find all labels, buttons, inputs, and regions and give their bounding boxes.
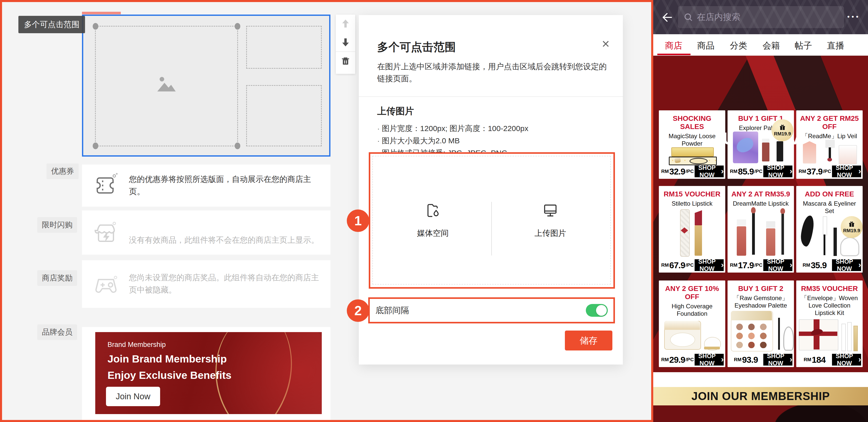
tab-categories[interactable]: 分类 xyxy=(730,40,747,52)
close-icon[interactable]: × xyxy=(602,37,610,50)
shop-rewards-component-row[interactable]: 您尚未设置您的商店奖品。此组件将自动在您的商店主页中被隐藏。 xyxy=(82,260,331,308)
product-card[interactable]: ANY 2 AT RM35.9 DreamMatte Lipstick RM17… xyxy=(727,186,794,273)
product-card[interactable]: BUY 1 GIFT 2 「Raw Gemstone」Eyeshadow Pal… xyxy=(727,280,794,367)
price-bar: RM67.9/PC SHOP NOW› xyxy=(660,259,724,271)
shop-now-button[interactable]: SHOP NOW› xyxy=(763,354,793,366)
shop-now-button[interactable]: SHOP NOW› xyxy=(694,259,724,271)
art-shape xyxy=(737,226,746,256)
price-unit: /PC xyxy=(686,357,694,362)
image-component-canvas[interactable] xyxy=(82,14,331,157)
shop-now-label: SHOP NOW xyxy=(694,164,719,179)
panel-title: 多个可点击范围 xyxy=(377,39,456,55)
price-bar: RM37.9/PC SHOP NOW› xyxy=(798,165,861,177)
tab-products[interactable]: 商品 xyxy=(697,40,715,52)
shop-now-button[interactable]: SHOP NOW› xyxy=(694,354,724,366)
chevron-right-icon: › xyxy=(858,355,861,363)
coupon-component-row[interactable]: 您的优惠券将按照所选版面，自动展示在您的商店主页。 xyxy=(82,164,331,207)
back-arrow-icon[interactable] xyxy=(660,11,673,24)
gamepad-icon xyxy=(93,272,119,299)
shop-rewards-row-text: 您尚未设置您的商店奖品。此组件将自动在您的商店主页中被隐藏。 xyxy=(129,272,323,296)
product-name: High Coverage Foundation xyxy=(659,302,725,317)
chevron-right-icon: › xyxy=(721,167,724,175)
flash-sale-component-row[interactable]: 没有有效商品，此组件将不会在您的商店主页上显示。 xyxy=(82,210,331,255)
delete-component-button[interactable] xyxy=(336,52,355,70)
product-card[interactable]: BUY 1 GIFT 1 Explorer Palette RM19.9 RM8… xyxy=(727,110,794,179)
shop-now-button[interactable]: SHOP NOW› xyxy=(832,354,861,366)
product-name: Mascara & Eyeliner Set xyxy=(796,200,863,215)
product-card[interactable]: ANY 2 GET RM25 OFF 「ReadMe」Lip Veil RM37… xyxy=(796,110,863,179)
art-shape xyxy=(847,322,851,351)
art-shape xyxy=(694,225,702,256)
gift-price: RM19.9 xyxy=(843,228,860,234)
product-promo: ANY 2 GET 10% OFF xyxy=(659,284,725,301)
drag-handle[interactable] xyxy=(235,23,240,30)
row-label-coupon: 优惠券 xyxy=(46,163,79,179)
art-shape xyxy=(751,207,756,213)
upload-rule: 图片大小最大为2.0 MB xyxy=(377,135,460,146)
art-shape xyxy=(766,229,775,256)
drag-handle[interactable] xyxy=(235,143,240,149)
price-bar: RM17.9/PC SHOP NOW› xyxy=(729,259,793,271)
component-toolbar xyxy=(336,14,355,74)
hotspot-region-2[interactable] xyxy=(246,26,322,69)
save-button[interactable]: 储存 xyxy=(565,331,612,351)
shop-now-label: SHOP NOW xyxy=(694,353,719,367)
currency: RM xyxy=(734,357,742,362)
product-image xyxy=(659,147,725,164)
shop-decoration-editor: 多个可点击范围 优惠券 xyxy=(0,0,868,422)
media-space-option[interactable]: 媒体空间 xyxy=(378,153,488,287)
more-options-icon[interactable]: ••• xyxy=(847,13,860,21)
shop-tab-bar: 商店 商品 分类 会籍 帖子 直播 xyxy=(653,34,868,56)
media-folder-icon xyxy=(424,202,441,219)
bottom-gap-toggle[interactable] xyxy=(586,304,608,317)
shop-now-button[interactable]: SHOP NOW› xyxy=(763,165,793,177)
product-promo: BUY 1 GIFT 2 xyxy=(737,284,785,293)
price-unit: /PC xyxy=(686,169,694,174)
chevron-right-icon: › xyxy=(858,261,861,269)
currency: RM xyxy=(661,262,669,268)
shop-now-button[interactable]: SHOP NOW› xyxy=(832,259,861,271)
shop-now-button[interactable]: SHOP NOW› xyxy=(832,165,861,177)
shop-now-label: SHOP NOW xyxy=(832,258,857,272)
art-shape xyxy=(752,210,755,255)
shop-now-button[interactable]: SHOP NOW› xyxy=(694,165,724,177)
move-down-button[interactable] xyxy=(336,33,355,51)
product-promo: ANY 2 AT RM35.9 xyxy=(730,190,792,198)
currency: RM xyxy=(799,169,806,174)
hotspot-region-3[interactable] xyxy=(246,85,322,146)
product-card[interactable]: RM15 VOUCHER Stiletto Lipstick RM67.9/PC… xyxy=(659,186,725,273)
product-card[interactable]: SHOCKING SALES MagicStay Loose Powder RM… xyxy=(659,110,725,179)
tab-shop[interactable]: 商店 xyxy=(665,40,682,52)
tab-posts[interactable]: 帖子 xyxy=(795,40,812,52)
drag-handle[interactable] xyxy=(93,23,98,30)
chevron-right-icon: › xyxy=(721,355,724,363)
art-shape xyxy=(694,210,702,225)
panel-description: 在图片上选中区域并添加链接，用户点击区域后会跳转到您设定的链接页面。 xyxy=(377,61,607,85)
shop-search-input[interactable]: 在店内搜索 xyxy=(678,6,844,28)
currency: RM xyxy=(803,262,810,268)
price-bar: RM35.9 SHOP NOW› xyxy=(798,259,861,271)
drag-handle[interactable] xyxy=(93,143,98,149)
membership-banner[interactable]: JOIN OUR MEMBERSHIP xyxy=(653,387,868,405)
brand-membership-banner[interactable]: Brand Membership Join Brand Membership E… xyxy=(95,332,322,414)
product-card[interactable]: ANY 2 GET 10% OFF High Coverage Foundati… xyxy=(659,280,725,367)
upload-image-option[interactable]: 上传图片 xyxy=(495,153,605,287)
move-up-button[interactable] xyxy=(336,14,355,33)
banner-eyebrow: Brand Membership xyxy=(107,341,166,349)
shop-now-button[interactable]: SHOP NOW› xyxy=(763,259,793,271)
join-now-button[interactable]: Join Now xyxy=(106,387,160,406)
upload-image-label: 上传图片 xyxy=(534,228,566,239)
gift-icon xyxy=(779,124,786,131)
gift-badge: RM19.9 xyxy=(841,216,863,238)
brand-membership-component-row[interactable]: Brand Membership Join Brand Membership E… xyxy=(82,327,331,421)
product-card[interactable]: ADD ON FREE Mascara & Eyeliner Set RM19.… xyxy=(796,186,863,273)
upload-rule: 图片宽度：1200px; 图片高度：100-2200px xyxy=(377,123,528,134)
price: 184 xyxy=(812,355,826,365)
price: 93.9 xyxy=(742,355,758,365)
price-bar: RM184 SHOP NOW› xyxy=(798,354,861,366)
tab-live[interactable]: 直播 xyxy=(827,40,844,52)
tab-membership[interactable]: 会籍 xyxy=(763,40,780,52)
currency: RM xyxy=(730,169,738,174)
product-card[interactable]: RM35 VOUCHER 「Envelope」Woven Love Collec… xyxy=(796,280,863,367)
banner-title-line1: Join Brand Membership xyxy=(107,353,227,365)
